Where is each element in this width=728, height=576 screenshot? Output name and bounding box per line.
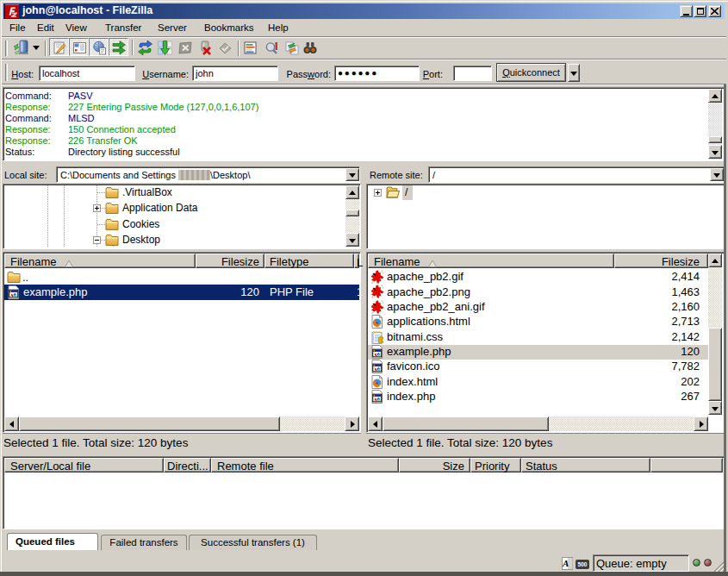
svg-text:A: A xyxy=(562,558,569,568)
